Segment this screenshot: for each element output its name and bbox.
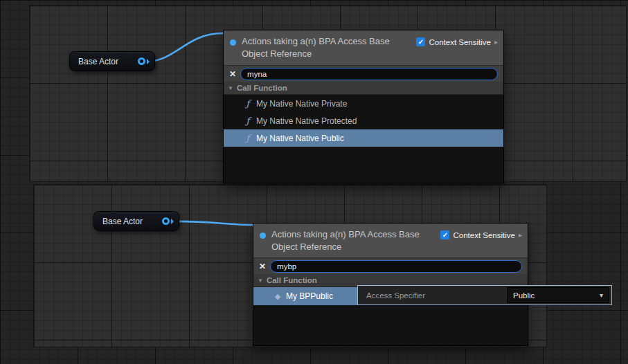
menu-title: Actions taking a(n) BPA Access Base Obje… bbox=[271, 228, 420, 253]
check-icon: ✓ bbox=[418, 39, 424, 46]
pin-type-dot-icon bbox=[260, 233, 266, 239]
node-label: Base Actor bbox=[78, 57, 118, 66]
item-label: My BPPublic bbox=[286, 291, 333, 301]
item-label: My Native Native Public bbox=[256, 134, 344, 143]
menu-header: Actions taking a(n) BPA Access Base Obje… bbox=[253, 224, 528, 257]
item-label: My Native Native Protected bbox=[256, 116, 357, 126]
item-label: My Native Native Private bbox=[256, 99, 347, 109]
clear-search-icon[interactable]: ✕ bbox=[259, 262, 266, 271]
search-input[interactable] bbox=[270, 260, 522, 273]
clear-search-icon[interactable]: ✕ bbox=[229, 69, 236, 79]
pin-type-dot-icon bbox=[230, 39, 236, 46]
node-base-actor-bottom[interactable]: Base Actor bbox=[93, 211, 179, 231]
collapse-icon[interactable]: ▼ bbox=[258, 277, 263, 284]
node-label: Base Actor bbox=[102, 217, 143, 226]
object-pin-icon[interactable] bbox=[138, 57, 145, 65]
submenu-arrow-icon[interactable]: ▸ bbox=[494, 38, 498, 46]
context-sensitive-checkbox[interactable]: ✓ bbox=[416, 37, 425, 46]
collapse-icon[interactable]: ▼ bbox=[228, 85, 233, 91]
check-icon: ✓ bbox=[442, 232, 448, 239]
blueprint-graph: Base Actor Base Actor Actions taking a(n… bbox=[0, 0, 628, 364]
context-menu-top: Actions taking a(n) BPA Access Base Obje… bbox=[223, 30, 504, 183]
search-row: ✕ bbox=[224, 65, 503, 82]
pin-arrow-icon bbox=[147, 59, 150, 64]
access-specifier-panel: Access Specifier Public ▾ bbox=[357, 285, 612, 305]
category-label: Call Function bbox=[267, 276, 317, 284]
menu-header: Actions taking a(n) BPA Access Base Obje… bbox=[224, 30, 503, 65]
search-input[interactable] bbox=[240, 68, 498, 80]
blueprint-function-icon: ◆ bbox=[273, 292, 282, 301]
search-row: ✕ bbox=[253, 257, 528, 274]
menu-title: Actions taking a(n) BPA Access Base Obje… bbox=[242, 35, 391, 60]
context-menu-bottom: Actions taking a(n) BPA Access Base Obje… bbox=[253, 223, 528, 346]
context-sensitive-label: Context Sensitive bbox=[453, 231, 515, 239]
context-sensitive-toggle[interactable]: ✓ Context Sensitive ▸ bbox=[416, 37, 498, 46]
submenu-arrow-icon[interactable]: ▸ bbox=[519, 231, 522, 239]
pin-arrow-icon bbox=[171, 219, 174, 224]
access-specifier-label: Access Specifier bbox=[358, 286, 505, 304]
menu-items: ƒ My Native Native Private ƒ My Native N… bbox=[224, 95, 503, 183]
menu-item-selected[interactable]: ƒ My Native Native Public bbox=[224, 129, 503, 147]
category-call-function[interactable]: ▼ Call Function bbox=[224, 82, 503, 95]
chevron-down-icon: ▾ bbox=[600, 291, 603, 299]
access-specifier-dropdown[interactable]: Public ▾ bbox=[507, 287, 609, 303]
function-icon: ƒ bbox=[243, 116, 253, 126]
category-label: Call Function bbox=[237, 84, 287, 92]
menu-item[interactable]: ƒ My Native Native Private bbox=[224, 95, 503, 112]
function-icon: ƒ bbox=[243, 98, 253, 109]
node-base-actor-top[interactable]: Base Actor bbox=[69, 51, 155, 71]
dropdown-value: Public bbox=[513, 291, 535, 300]
function-icon: ƒ bbox=[243, 133, 253, 143]
menu-item[interactable]: ƒ My Native Native Protected bbox=[224, 112, 503, 129]
context-sensitive-toggle[interactable]: ✓ Context Sensitive ▸ bbox=[440, 230, 522, 239]
object-pin-icon[interactable] bbox=[162, 217, 170, 225]
context-sensitive-label: Context Sensitive bbox=[429, 38, 491, 46]
context-sensitive-checkbox[interactable]: ✓ bbox=[440, 230, 449, 239]
